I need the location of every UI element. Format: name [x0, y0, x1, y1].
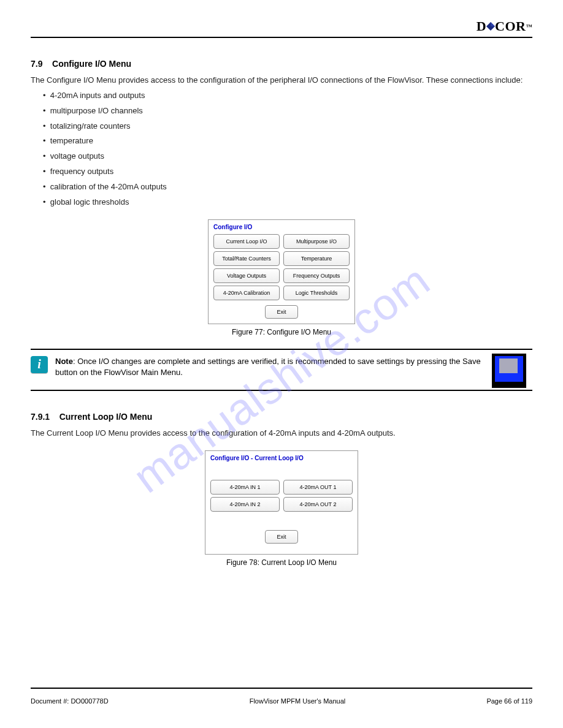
configure-io-dialog: Configure I/O Current Loop I/O Multipurp…	[208, 219, 355, 324]
list-item: • calibration of the 4-20mA outputs	[43, 181, 532, 193]
exit-button[interactable]: Exit	[265, 530, 297, 544]
save-icon	[492, 354, 526, 388]
exit-button[interactable]: Exit	[265, 305, 297, 319]
figure: Configure I/O Current Loop I/O Multipurp…	[31, 219, 532, 336]
temperature-button[interactable]: Temperature	[283, 251, 350, 266]
header-rule	[31, 37, 532, 38]
in1-button[interactable]: 4-20mA IN 1	[210, 480, 280, 495]
paragraph: The Current Loop I/O Menu provides acces…	[31, 428, 532, 439]
figure-caption: Figure 77: Configure I/O Menu	[31, 328, 532, 336]
footer-center: FlowVisor MPFM User's Manual	[250, 697, 346, 705]
list-item: • multipurpose I/O channels	[43, 105, 532, 117]
section-heading: 7.9.1 Current Loop I/O Menu	[31, 412, 532, 422]
note-box: Note: Once I/O changes are complete and …	[31, 349, 532, 392]
info-icon	[31, 356, 48, 373]
section-title: Configure I/O Menu	[52, 59, 131, 69]
paragraph: The Configure I/O Menu provides access t…	[31, 75, 532, 86]
brand-logo: DCOR™	[477, 18, 532, 34]
section-heading: 7.9 Configure I/O Menu	[31, 59, 532, 69]
out2-button[interactable]: 4-20mA OUT 2	[283, 497, 353, 512]
current-loop-io-button[interactable]: Current Loop I/O	[213, 234, 280, 249]
calibration-button[interactable]: 4-20mA Calibration	[213, 286, 280, 300]
note-text: Note: Once I/O changes are complete and …	[55, 356, 532, 379]
dialog-title: Configure I/O - Current Loop I/O	[209, 453, 354, 465]
section-number: 7.9	[31, 59, 42, 69]
multipurpose-io-button[interactable]: Multipurpose I/O	[283, 234, 350, 249]
list-item: • voltage outputs	[43, 151, 532, 162]
total-rate-counters-button[interactable]: Total/Rate Counters	[213, 251, 280, 266]
footer-rule	[31, 688, 532, 689]
list-item: • global logic thresholds	[43, 197, 532, 208]
in2-button[interactable]: 4-20mA IN 2	[210, 497, 280, 512]
list-item: • temperature	[43, 135, 532, 147]
figure-caption: Figure 78: Current Loop I/O Menu	[31, 558, 532, 567]
list-item: • 4-20mA inputs and outputs	[43, 90, 532, 102]
footer-left: Document #: DO000778D	[31, 697, 109, 705]
figure: Configure I/O - Current Loop I/O 4-20mA …	[31, 450, 532, 567]
section-number: 7.9.1	[31, 412, 50, 422]
frequency-outputs-button[interactable]: Frequency Outputs	[283, 268, 350, 283]
section-title: Current Loop I/O Menu	[59, 412, 153, 422]
logic-thresholds-button[interactable]: Logic Thresholds	[283, 286, 350, 300]
dialog-title: Configure I/O	[212, 222, 351, 234]
footer: Document #: DO000778D FlowVisor MPFM Use…	[31, 697, 532, 705]
list-item: • frequency outputs	[43, 166, 532, 178]
svg-marker-1	[491, 22, 495, 26]
list-item: • totalizing/rate counters	[43, 121, 532, 132]
bullet-list: • 4-20mA inputs and outputs • multipurpo…	[43, 90, 532, 208]
note-label: Note	[55, 357, 73, 366]
voltage-outputs-button[interactable]: Voltage Outputs	[213, 268, 280, 283]
out1-button[interactable]: 4-20mA OUT 1	[283, 480, 353, 495]
current-loop-dialog: Configure I/O - Current Loop I/O 4-20mA …	[205, 450, 358, 555]
footer-right: Page 66 of 119	[486, 697, 532, 705]
